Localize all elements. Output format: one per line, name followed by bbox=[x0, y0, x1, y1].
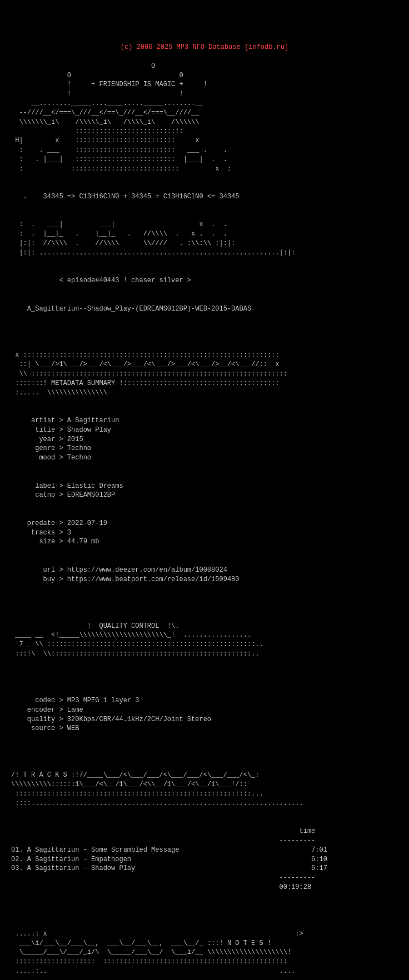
quality-encoder: encoder > Lame bbox=[11, 706, 83, 714]
metadata-border-1: x ::::::::::::::::::::::::::::::::::::::… bbox=[11, 351, 279, 359]
quality-codec-value: MP3 MPEG 1 layer 3 bbox=[67, 697, 139, 704]
track-3: 03. A Sagittariun – Shadow Play 6:17 bbox=[11, 864, 327, 872]
metadata-label-value: Elastic Dreams bbox=[67, 482, 123, 490]
tracks-border-3: ::::::::::::::::::::::::::::::::::::::::… bbox=[11, 790, 263, 798]
quality-encoder-value: Lame bbox=[67, 706, 83, 714]
metadata-title: METADATA SUMMARY bbox=[51, 379, 115, 387]
metadata-title-line: title > Shadow Play bbox=[11, 426, 111, 434]
metadata-buy-value: https://www.beatport.com/release/id/1509… bbox=[67, 576, 240, 583]
metadata-tracks: tracks > 3 bbox=[11, 529, 71, 537]
filename-text: A_Sagittariun--Shadow_Play-(EDREAMS012BP… bbox=[27, 305, 251, 313]
quality-border-3: 7 _ \\ :::::::::::::::::::::::::::::::::… bbox=[11, 641, 263, 648]
track-3-title: Shadow Play bbox=[91, 864, 135, 872]
quality-source: source > WEB bbox=[11, 724, 79, 732]
tracks-border-4: ::::....................................… bbox=[11, 799, 303, 807]
track-1-title: Some Scrambled Message bbox=[91, 846, 179, 854]
ascii-decor-10: : . ___| ___| x . . bbox=[11, 221, 227, 228]
ascii-decor-4: \\\\\\\_i\ /\\\\\_i\ /\\\\_i\ /\\\\\\ bbox=[11, 118, 199, 126]
quality-quality-value: 320Kbps/CBR/44.1kHz/2CH/Joint Stereo bbox=[67, 716, 211, 723]
tracks-time-header-value: time bbox=[299, 827, 315, 835]
friendship-text: + FRIENDSHIP IS MAGIC + bbox=[91, 81, 183, 88]
metadata-year: year > 2015 bbox=[11, 436, 83, 443]
notes-border-3: \_____/___\/___/_i/\ \_____/___\__/ \___… bbox=[11, 948, 291, 956]
metadata-border-3: \\ :::::::::::::::::::::::::::::::::::::… bbox=[11, 370, 287, 378]
tracks-total-separator: --------- bbox=[11, 874, 315, 882]
quality-title: QUALITY CONTROL bbox=[99, 622, 159, 630]
formula-line: . 34345 => C13H16ClN0 + 34345 + C13H16Cl… bbox=[11, 193, 239, 201]
tracks-separator: --------- bbox=[11, 837, 315, 844]
metadata-genre: genre > Techno bbox=[11, 444, 91, 452]
metadata-url: url > https://www.deezer.com/en/album/10… bbox=[11, 566, 227, 574]
episode-line: < episode#40443 ! chaser silver > bbox=[11, 277, 191, 284]
track-1-num: 01. bbox=[11, 846, 23, 854]
quality-border-2: ____ __ <!_____\\\\\\\\\\\\\\\\\\\\\\_! … bbox=[11, 631, 251, 639]
metadata-artist: artist > A Sagittariun bbox=[11, 417, 119, 424]
tracks-total-value: 00:19:28 bbox=[279, 883, 311, 891]
ascii-decor-12: |:|: //\\\\ . //\\\\ \\//// . :\\:\\ :|:… bbox=[11, 239, 235, 247]
metadata-artist-value: A Sagittariun bbox=[67, 417, 119, 424]
metadata-genre-value: Techno bbox=[67, 444, 91, 452]
notes-border-5: .....:.. .... bbox=[11, 967, 295, 975]
track-1: 01. A Sagittariun – Some Scrambled Messa… bbox=[11, 846, 327, 854]
notes-border-2: ___\i/___\__/___\__, ___\__/___\__, ___\… bbox=[11, 939, 271, 947]
ascii-decor-3: --////__</===\_///__</==\_///__</===\__/… bbox=[11, 109, 199, 117]
ascii-decor-9: : ::::::::::::::::::::::::::: x : bbox=[11, 165, 231, 173]
notes-border-4: :::::::::::::::::::: :::::::::::::::::::… bbox=[11, 958, 287, 966]
friendship-line: 0 0 bbox=[11, 72, 183, 79]
quality-border-4: :::!\ \\::::::::::::::::::::::::::::::::… bbox=[11, 650, 259, 658]
metadata-border-5: :..... \\\\\\\\\\\\\\\ bbox=[11, 389, 107, 397]
ascii-decor-7: : . ___ ::::::::::::::::::::::::: ___ . … bbox=[11, 146, 227, 154]
metadata-predate: predate > 2022-07-19 bbox=[11, 519, 107, 527]
ascii-decor-6: H| x ::::::::::::::::::::::::: x bbox=[11, 137, 199, 144]
metadata-border-4: :::::::! METADATA SUMMARY !:::::::::::::… bbox=[11, 379, 279, 387]
quality-codec: codec > MP3 MPEG 1 layer 3 bbox=[11, 697, 139, 704]
metadata-catno: catno > EDREAMS012BP bbox=[11, 491, 115, 499]
filename-line: A_Sagittariun--Shadow_Play-(EDREAMS012BP… bbox=[11, 305, 251, 313]
metadata-buy: buy > https://www.beatport.com/release/i… bbox=[11, 576, 239, 583]
ascii-decor-8: : . |___| ::::::::::::::::::::::::: |___… bbox=[11, 156, 227, 163]
ascii-decor-11: : . |__|_ . |__|_ . //\\\\ . x . . . bbox=[11, 230, 227, 238]
tracks-border-1: /! T R A C K S :!7/____\___/<\___/___/<\… bbox=[11, 771, 259, 779]
quality-border-1: ! QUALITY CONTROL !\. bbox=[11, 622, 179, 630]
friendship-magic: ! + FRIENDSHIP IS MAGIC + ! bbox=[11, 81, 207, 88]
metadata-catno-value: EDREAMS012BP bbox=[67, 491, 115, 499]
metadata-mood-value: Techno bbox=[67, 454, 91, 462]
copyright-header: (c) 2006-2025 MP3 NFO Database [infodb.r… bbox=[11, 43, 398, 52]
track-2: 02. A Sagittariun – Empathogen 6:10 bbox=[11, 856, 327, 863]
tracks-total: 00:19:28 bbox=[11, 883, 311, 891]
quality-quality: quality > 320Kbps/CBR/44.1kHz/2CH/Joint … bbox=[11, 716, 211, 723]
metadata-year-value: 2015 bbox=[67, 436, 83, 443]
notes-title: N O T E S bbox=[227, 939, 263, 947]
quality-source-value: WEB bbox=[67, 724, 79, 732]
metadata-size-value: 44.79 mb bbox=[67, 538, 99, 546]
metadata-predate-value: 2022-07-19 bbox=[67, 519, 107, 527]
notes-border-1: .....: x :> bbox=[11, 930, 303, 938]
metadata-mood: mood > Techno bbox=[11, 454, 91, 462]
ascii-decor-1: ! ! bbox=[11, 90, 183, 98]
track-2-num: 02. bbox=[11, 856, 23, 863]
page-content: (c) 2006-2025 MP3 NFO Database [infodb.r… bbox=[11, 43, 398, 980]
metadata-title-value: Shadow Play bbox=[67, 426, 111, 434]
metadata-size: size > 44.79 mb bbox=[11, 538, 99, 546]
metadata-url-value: https://www.deezer.com/en/album/10088024 bbox=[67, 566, 227, 574]
metadata-border-2: ::|_\___/>1\___/>___/<\___/>___/<\___/>_… bbox=[11, 361, 279, 368]
tracks-title: T R A C K S bbox=[23, 771, 67, 779]
tracks-time-header: time bbox=[11, 827, 315, 835]
ascii-decor-5: :::::::::::::::::::::::::!: bbox=[11, 127, 183, 135]
track-3-time: 6:17 bbox=[311, 864, 327, 872]
episode-text: < episode#40443 ! chaser silver > bbox=[59, 277, 191, 284]
ascii-decor-2: __........_____....____....._____.......… bbox=[11, 99, 203, 107]
spacer: 0 bbox=[11, 62, 155, 70]
track-1-time: 7:01 bbox=[311, 846, 327, 854]
ascii-decor-13: |:|: ...................................… bbox=[11, 249, 295, 257]
track-2-time: 6:10 bbox=[311, 856, 327, 863]
metadata-label: label > Elastic Dreams bbox=[11, 482, 123, 490]
metadata-tracks-value: 3 bbox=[67, 529, 71, 537]
tracks-border-2: \\\\\\\\\\::::::1\___/<\__/1\___/<\\__/1… bbox=[11, 781, 247, 788]
track-2-title: Empathogen bbox=[91, 856, 131, 863]
track-3-num: 03. bbox=[11, 864, 23, 872]
